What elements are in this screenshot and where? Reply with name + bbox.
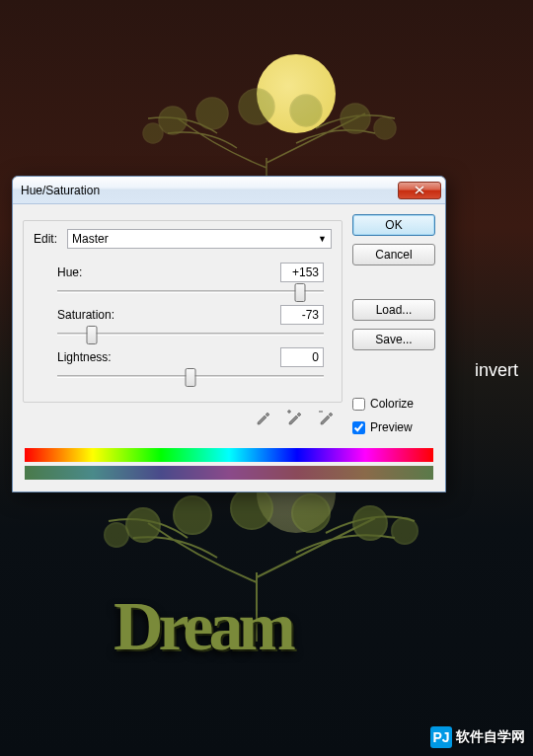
- hue-row: Hue:: [57, 263, 332, 293]
- watermark-text: 软件自学网: [456, 728, 525, 746]
- dream-text: Dream: [114, 587, 291, 666]
- svg-point-10: [292, 494, 330, 532]
- svg-point-11: [353, 506, 387, 540]
- saturation-input[interactable]: [280, 305, 324, 325]
- svg-point-2: [239, 89, 274, 124]
- lightness-slider-thumb[interactable]: [186, 368, 196, 387]
- save-button[interactable]: Save...: [352, 329, 435, 350]
- dialog-title: Hue/Saturation: [21, 184, 398, 197]
- svg-point-5: [143, 123, 163, 143]
- edit-value: Master: [72, 232, 109, 246]
- svg-point-6: [374, 117, 396, 139]
- hue-saturation-dialog: Hue/Saturation Edit: Master ▼ Hue:: [12, 176, 446, 492]
- colorize-checkbox[interactable]: [352, 398, 365, 411]
- eyedropper-tools: [23, 403, 343, 434]
- watermark: PJ 软件自学网: [430, 726, 525, 748]
- close-icon: [415, 186, 424, 194]
- saturation-row: Saturation:: [57, 305, 332, 336]
- close-button[interactable]: [398, 182, 441, 199]
- saturation-slider[interactable]: [57, 333, 324, 336]
- svg-point-1: [196, 98, 228, 129]
- preview-label: Preview: [370, 420, 413, 434]
- load-button[interactable]: Load...: [352, 299, 435, 321]
- lightness-input[interactable]: [280, 347, 324, 367]
- ok-button[interactable]: OK: [352, 214, 435, 236]
- hue-label: Hue:: [57, 265, 82, 279]
- svg-point-12: [105, 523, 128, 547]
- hue-slider-thumb[interactable]: [294, 283, 305, 302]
- watermark-logo: PJ: [430, 726, 452, 748]
- preview-checkbox[interactable]: [352, 421, 365, 434]
- edit-label: Edit:: [34, 232, 61, 246]
- edit-group: Edit: Master ▼ Hue:: [23, 220, 343, 403]
- saturation-slider-thumb[interactable]: [87, 326, 98, 344]
- dropdown-arrow-icon: ▼: [318, 234, 327, 244]
- lightness-label: Lightness:: [57, 350, 112, 364]
- cancel-button[interactable]: Cancel: [352, 244, 435, 265]
- eyedropper-minus-icon[interactable]: [317, 409, 335, 426]
- svg-point-4: [341, 104, 370, 133]
- invert-label: invert: [475, 360, 518, 381]
- spectrum-adjusted: [25, 466, 433, 480]
- spectrum-original: [25, 448, 433, 462]
- eyedropper-icon[interactable]: [254, 409, 271, 426]
- lightness-slider[interactable]: [57, 375, 324, 378]
- svg-point-8: [174, 496, 211, 534]
- hue-slider[interactable]: [57, 290, 324, 293]
- eyedropper-plus-icon[interactable]: [285, 409, 303, 426]
- saturation-label: Saturation:: [57, 308, 114, 322]
- hue-input[interactable]: [280, 263, 324, 282]
- spectrum-display: [13, 448, 445, 480]
- lightness-row: Lightness:: [57, 347, 332, 378]
- svg-point-3: [290, 95, 322, 126]
- colorize-label: Colorize: [370, 397, 414, 411]
- edit-dropdown[interactable]: Master ▼: [67, 229, 332, 249]
- svg-point-9: [231, 488, 272, 529]
- svg-point-7: [126, 508, 160, 542]
- svg-point-13: [392, 518, 418, 544]
- dialog-titlebar[interactable]: Hue/Saturation: [13, 177, 445, 204]
